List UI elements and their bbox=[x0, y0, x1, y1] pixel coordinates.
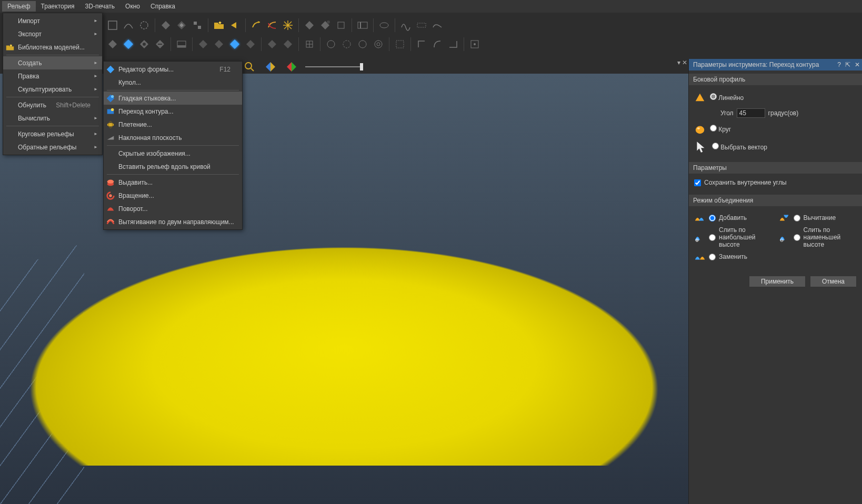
tool-icon[interactable] bbox=[377, 18, 392, 33]
tool-icon[interactable] bbox=[265, 37, 279, 52]
zoom-fit-icon[interactable] bbox=[242, 59, 257, 74]
svg-marker-22 bbox=[199, 40, 207, 48]
tool-icon[interactable] bbox=[121, 37, 136, 52]
menu-item[interactable]: Скульптурировать bbox=[3, 83, 102, 96]
submenu-item[interactable]: Вставить рельеф вдоль кривой bbox=[104, 160, 242, 173]
svg-marker-45 bbox=[392, 255, 397, 260]
tool-icon[interactable] bbox=[324, 37, 338, 52]
separator bbox=[298, 37, 299, 51]
tool-icon[interactable] bbox=[355, 37, 370, 52]
radio-merge-high[interactable]: Слить по наибольшей высоте bbox=[694, 226, 773, 248]
tool-icon[interactable] bbox=[339, 37, 354, 52]
tool-icon[interactable] bbox=[243, 37, 258, 52]
radio-select-vector[interactable]: Выбрать вектор bbox=[712, 143, 767, 151]
dock-controls[interactable]: ▾ ✕ bbox=[677, 59, 687, 66]
tool-icon[interactable] bbox=[430, 37, 445, 52]
svg-marker-38 bbox=[270, 62, 275, 72]
tool-icon[interactable] bbox=[174, 37, 189, 52]
menu-item[interactable]: Экспорт bbox=[3, 27, 102, 41]
tool-icon[interactable] bbox=[414, 37, 429, 52]
menu-trajectory[interactable]: Траектория bbox=[36, 1, 80, 12]
tool-icon[interactable] bbox=[105, 37, 120, 52]
apply-button[interactable]: Применить bbox=[749, 276, 806, 287]
radio-subtract[interactable]: Вычитание bbox=[779, 213, 857, 223]
shaded-icon[interactable] bbox=[263, 59, 278, 74]
submenu-item[interactable]: Гладкая стыковка... bbox=[104, 92, 242, 105]
radio-linear[interactable]: Линейно bbox=[710, 93, 744, 102]
svg-point-18 bbox=[143, 43, 146, 46]
submenu-item[interactable]: Переход контура... bbox=[104, 105, 242, 118]
svg-rect-21 bbox=[177, 45, 186, 47]
tool-icon[interactable] bbox=[398, 18, 413, 33]
submenu-item[interactable]: Вытягивание по двум направляющим... bbox=[104, 215, 242, 228]
tool-icon[interactable] bbox=[190, 18, 205, 33]
svg-point-13 bbox=[380, 23, 388, 28]
submenu-item[interactable]: Редактор формы...F12 bbox=[104, 63, 242, 76]
menu-item[interactable]: Создать bbox=[3, 56, 102, 69]
zoom-slider[interactable] bbox=[305, 66, 363, 67]
panel-title: Параметры инструмента: Переход контура ?… bbox=[689, 59, 862, 70]
tool-icon[interactable] bbox=[280, 18, 295, 33]
submenu-item[interactable]: Поворот... bbox=[104, 202, 242, 215]
tool-icon[interactable] bbox=[212, 37, 226, 52]
tool-icon[interactable] bbox=[174, 18, 189, 33]
radio-add[interactable]: Добавить bbox=[694, 213, 773, 223]
checkbox-keep-inner[interactable]: Сохранить внутренние углы bbox=[694, 177, 857, 188]
tool-icon[interactable] bbox=[196, 37, 211, 52]
tool-icon[interactable] bbox=[302, 37, 317, 52]
tool-icon[interactable] bbox=[414, 18, 429, 33]
panel-title-buttons[interactable]: ?⇱✕ bbox=[837, 61, 860, 68]
submenu-item[interactable]: Плетение... bbox=[104, 118, 242, 131]
tool-icon[interactable] bbox=[105, 18, 120, 33]
menu-help[interactable]: Справка bbox=[145, 1, 181, 12]
radio-merge-low[interactable]: Слить по наименьшей высоте bbox=[779, 226, 857, 248]
folder-star-icon[interactable] bbox=[212, 18, 226, 33]
svg-point-36 bbox=[474, 43, 476, 45]
menu-item[interactable]: Библиотека моделей... bbox=[3, 41, 102, 54]
submenu-item[interactable]: Скрытые изображения... bbox=[104, 147, 242, 160]
tool-icon[interactable] bbox=[371, 37, 386, 52]
axis-gizmo bbox=[382, 253, 439, 300]
tool-icon[interactable] bbox=[430, 18, 445, 33]
radio-replace[interactable]: Заменить bbox=[694, 251, 773, 262]
menu-item[interactable]: Правка bbox=[3, 69, 102, 83]
tool-icon[interactable] bbox=[137, 37, 152, 52]
menu-item[interactable]: Обратные рельефы bbox=[3, 140, 102, 154]
menu-window[interactable]: Окно bbox=[120, 1, 145, 12]
submenu-item[interactable]: Наклонная плоскость bbox=[104, 131, 242, 144]
cancel-button[interactable]: Отмена bbox=[810, 276, 857, 287]
menu-item[interactable]: Импорт bbox=[3, 14, 102, 27]
tool-icon[interactable] bbox=[467, 37, 482, 52]
tool-icon[interactable] bbox=[137, 18, 152, 33]
submenu-item[interactable]: Вращение... bbox=[104, 189, 242, 202]
tool-icon[interactable] bbox=[121, 18, 136, 33]
submenu-item[interactable]: Выдавить... bbox=[104, 176, 242, 189]
tool-icon[interactable] bbox=[265, 18, 279, 33]
tool-icon[interactable] bbox=[334, 18, 348, 33]
svg-point-32 bbox=[375, 41, 382, 48]
tool-icon[interactable] bbox=[153, 37, 167, 52]
merge-high-icon bbox=[694, 232, 706, 243]
tool-icon[interactable] bbox=[249, 18, 264, 33]
tool-icon[interactable] bbox=[280, 37, 295, 52]
radio-circle[interactable]: Круг bbox=[710, 125, 731, 133]
section-merge: Режим объединения bbox=[689, 195, 862, 206]
tool-icon[interactable] bbox=[227, 37, 242, 52]
tool-icon[interactable] bbox=[227, 18, 242, 33]
menu-3dprint[interactable]: 3D-печать bbox=[80, 1, 121, 12]
tool-icon[interactable] bbox=[446, 37, 460, 52]
menu-item[interactable]: ОбнулитьShift+Delete bbox=[3, 98, 102, 112]
submenu-item[interactable]: Купол... bbox=[104, 76, 242, 89]
menu-item[interactable]: Вычислить bbox=[3, 112, 102, 125]
tool-icon[interactable] bbox=[355, 18, 370, 33]
menu-relief[interactable]: Рельеф bbox=[2, 1, 36, 12]
angle-input[interactable] bbox=[737, 108, 765, 118]
tool-icon[interactable] bbox=[158, 18, 173, 33]
tool-icon[interactable] bbox=[393, 37, 407, 52]
svg-rect-34 bbox=[396, 41, 404, 48]
svg-point-58 bbox=[109, 194, 112, 197]
color-icon[interactable] bbox=[284, 59, 299, 74]
tool-icon[interactable] bbox=[302, 18, 317, 33]
tool-icon[interactable] bbox=[318, 18, 333, 33]
menu-item[interactable]: Круговые рельефы bbox=[3, 127, 102, 140]
